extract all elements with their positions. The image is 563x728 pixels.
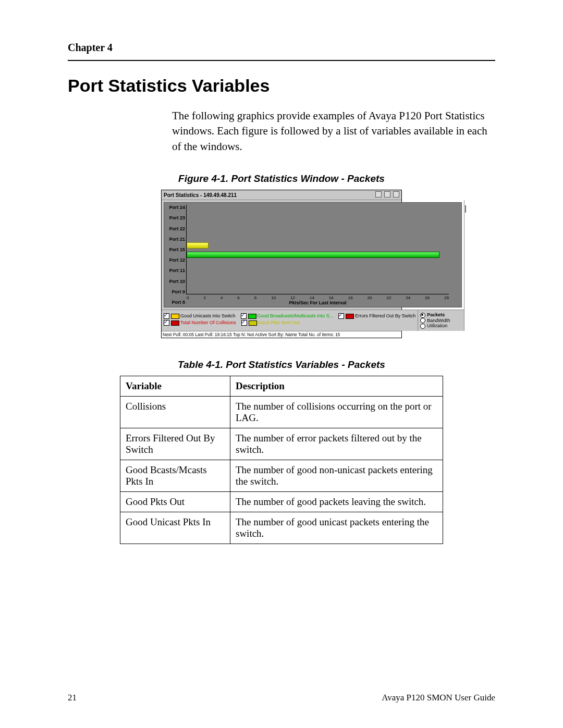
checkbox-icon[interactable]	[241, 313, 247, 319]
swatch-icon	[346, 314, 354, 319]
maximize-icon[interactable]	[384, 191, 390, 198]
swatch-icon	[248, 314, 256, 319]
radio-icon[interactable]	[420, 324, 425, 329]
y-axis-labels: Port 24 Port 23 Port 22 Port 21 Port 15 …	[164, 203, 186, 307]
port-label: Port 12	[165, 257, 185, 263]
radio-bandwidth[interactable]: BandWidth	[420, 318, 462, 324]
scrollbar-thumb[interactable]	[465, 205, 466, 213]
doc-title: Avaya P120 SMON User Guide	[382, 693, 495, 703]
status-bar: Next Poll: 00:05 Last Poll: 19:16:15 Top…	[162, 331, 401, 338]
table-caption: Table 4-1. Port Statistics Variables - P…	[68, 359, 495, 371]
checkbox-icon[interactable]	[241, 320, 247, 326]
port-statistics-window: Port Statistics - 149.49.48.211 Port 24 …	[161, 190, 402, 338]
col-variable: Variable	[120, 376, 230, 397]
page-title: Port Statistics Variables	[68, 76, 495, 96]
x-axis-label: Pkts/Sec For Last Interval	[187, 300, 449, 305]
window-controls[interactable]	[374, 191, 399, 199]
chapter-label: Chapter 4	[68, 42, 495, 54]
table-row: Good Pkts OutThe number of good packets …	[120, 492, 443, 512]
radio-utilization[interactable]: Utilization	[420, 323, 462, 329]
col-description: Description	[230, 376, 443, 397]
radio-icon[interactable]	[420, 313, 425, 318]
legend-item[interactable]: Good Unicasts Into Switch Good Broadcast…	[164, 313, 415, 319]
swatch-icon	[171, 320, 179, 326]
checkbox-icon[interactable]	[164, 313, 169, 319]
bar-port15-yellow	[187, 242, 209, 249]
table-row: Good Bcasts/Mcasts Pkts InThe number of …	[120, 460, 443, 492]
port-label: Port 22	[165, 226, 185, 231]
port-label: Port 15	[165, 247, 185, 252]
port-label: Port 21	[165, 237, 185, 242]
chart-area: Port 24 Port 23 Port 22 Port 21 Port 15 …	[164, 202, 462, 307]
plot-area: 0 2 4 6 8 10 12 14 16 18 20 22 2	[186, 205, 449, 294]
swatch-icon	[171, 314, 179, 319]
table-row: Errors Filtered Out By SwitchThe number …	[120, 428, 443, 460]
checkbox-icon[interactable]	[164, 320, 169, 326]
table-row: Good Unicast Pkts InThe number of good u…	[120, 512, 443, 544]
port-label: Port 11	[165, 268, 185, 273]
table-row: CollisionsThe number of collisions occur…	[120, 397, 443, 428]
x-ticks: 0 2 4 6 8 10 12 14 16 18 20 22 2	[187, 295, 449, 300]
radio-packets[interactable]: Packets	[420, 312, 462, 318]
port-label: Port 10	[165, 279, 185, 284]
radio-icon[interactable]	[420, 318, 425, 323]
port-label: Port 8	[165, 300, 185, 305]
intro-paragraph: The following graphics provide examples …	[172, 108, 495, 154]
minimize-icon[interactable]	[375, 191, 382, 198]
divider	[68, 60, 495, 61]
port-label: Port 24	[165, 205, 185, 210]
variables-table: Variable Description CollisionsThe numbe…	[120, 376, 443, 544]
bar-port12-green	[187, 252, 439, 258]
swatch-icon	[249, 320, 257, 326]
close-icon[interactable]	[393, 191, 399, 198]
page-number: 21	[68, 693, 77, 703]
table-header-row: Variable Description	[120, 376, 443, 397]
page-footer: 21 Avaya P120 SMON User Guide	[68, 693, 495, 703]
legend-item[interactable]: Total Number Of Collisions Good Pkts Sen…	[164, 320, 415, 326]
checkbox-icon[interactable]	[338, 313, 344, 319]
legend-panel: Good Unicasts Into Switch Good Broadcast…	[162, 310, 464, 331]
window-title-text: Port Statistics - 149.49.48.211	[164, 192, 237, 198]
figure-caption: Figure 4-1. Port Statistics Window - Pac…	[68, 173, 495, 184]
port-label: Port 9	[165, 289, 185, 294]
port-label: Port 23	[165, 215, 185, 220]
vertical-scrollbar[interactable]	[464, 200, 464, 331]
window-titlebar: Port Statistics - 149.49.48.211	[162, 190, 401, 200]
mode-selector: Packets BandWidth Utilization	[418, 310, 464, 331]
